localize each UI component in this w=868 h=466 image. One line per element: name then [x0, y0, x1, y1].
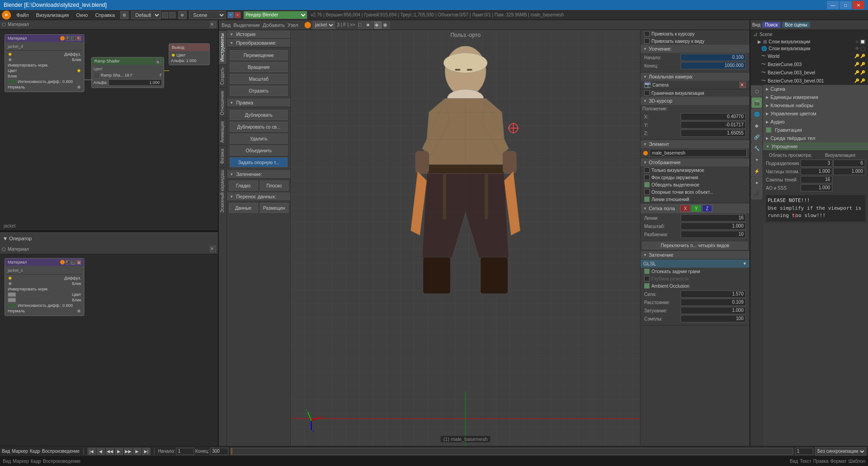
grid-x-btn[interactable]: X [680, 205, 690, 212]
floor-grid-header[interactable]: ▼ Сетка пола X Y Z [641, 203, 749, 213]
ao-cb[interactable] [644, 283, 650, 289]
tab-create[interactable]: Создать [219, 64, 227, 88]
btn-play-back[interactable]: ◀◀ [106, 448, 114, 455]
vh-view[interactable]: Вид [222, 22, 231, 28]
btn-layout[interactable]: Размещен [260, 203, 289, 213]
menu-window[interactable]: Окно [72, 11, 92, 19]
tl-frame[interactable]: Кадр [30, 449, 40, 454]
btn-move[interactable]: Перемещение [230, 50, 288, 60]
scene-selector[interactable]: Scene [189, 11, 226, 19]
timeline-start-input[interactable] [176, 448, 194, 455]
node-close[interactable]: □ [71, 36, 76, 41]
scene-add[interactable]: + [227, 12, 234, 18]
element-name[interactable]: male_basemesh [650, 149, 747, 157]
local-camera-header[interactable]: ▼ Локальная камера: [641, 72, 749, 81]
btn-play-fwd[interactable]: ▶▶ [124, 448, 132, 455]
btn-duplicate-link[interactable]: Дублировать со св... [230, 122, 288, 132]
node-x[interactable]: ✕ [77, 36, 81, 41]
viewport-3d[interactable]: Польз.-орто [291, 30, 640, 446]
cursor-x-val[interactable]: 0.40770 [681, 113, 746, 120]
prop-tab-physics[interactable]: ⚡ [751, 166, 762, 176]
tree-search-btn[interactable]: Поиск [762, 22, 780, 28]
element-header[interactable]: ▼ Элемент [641, 140, 749, 148]
prop-tab-material[interactable]: ● [751, 177, 762, 188]
ph-gravity[interactable]: Гравитация [763, 126, 868, 134]
vh-add[interactable]: Добавить [263, 22, 285, 28]
btn-data[interactable]: Данные [229, 203, 258, 213]
draw-render[interactable]: ◉ [382, 21, 390, 29]
sb-view[interactable]: Вид [3, 459, 11, 464]
snap-camera-checkbox[interactable] [644, 38, 650, 44]
node-s-x[interactable]: ✕ [77, 260, 81, 264]
prop-tab-texture[interactable]: ⬛ [751, 188, 762, 199]
ph-color[interactable]: ▶ Управление цветом [763, 109, 868, 118]
menu-file[interactable]: Файл [13, 11, 32, 19]
btn-smooth[interactable]: Гладко [229, 181, 258, 191]
tab-animation[interactable]: Анимация [219, 118, 227, 145]
prop-tab-render[interactable]: ⬡ [751, 86, 762, 97]
gravity-cb[interactable] [766, 127, 771, 133]
tl-view[interactable]: Вид [2, 449, 10, 454]
grid-subdiv-val[interactable]: 10 [681, 231, 746, 238]
prop-tab-object[interactable]: ◆ [751, 120, 762, 131]
sb-view2[interactable]: Вид [790, 459, 798, 464]
tab-tools[interactable]: Инструменты [219, 30, 227, 64]
tab-relation[interactable]: Отношение [219, 88, 227, 118]
backface-cb[interactable] [644, 269, 650, 274]
border-render-checkbox[interactable] [644, 90, 650, 96]
ph-rigidbody[interactable]: ▶ Среда твёрдых тел [763, 134, 868, 142]
workspace-plus[interactable] [162, 12, 168, 18]
sb-playback[interactable]: Воспроизведение [43, 459, 81, 464]
vh-node[interactable]: Узел [288, 22, 298, 28]
prop-tab-scene[interactable]: 🎬 [751, 97, 762, 108]
node-menu[interactable]: F [66, 36, 70, 41]
simplify-subdiv-viewport[interactable]: 3 [801, 160, 832, 167]
ao-attenuation-val[interactable]: 1.000 [681, 307, 746, 314]
grid-lines-val[interactable]: 16 [681, 214, 746, 222]
sb-text[interactable]: Текст [800, 459, 811, 464]
sb-format[interactable]: Формат [830, 459, 847, 464]
grid-scale-val[interactable]: 1.000 [681, 223, 746, 230]
tab-sketch[interactable]: Эскизный карандаш [219, 167, 227, 216]
close-button[interactable]: ✕ [852, 1, 864, 9]
btn-scale[interactable]: Масштаб [230, 74, 288, 84]
snap-cursor-checkbox[interactable] [644, 31, 650, 36]
maximize-button[interactable]: □ [840, 1, 852, 9]
btn-jump-start[interactable]: |◀ [88, 448, 96, 455]
minimize-button[interactable]: — [827, 1, 839, 9]
all-origins-cb[interactable] [644, 189, 650, 195]
node-close-bottom[interactable]: ✕ [210, 246, 216, 252]
toggle-quad-btn[interactable]: Переключить п... четырёх видов [642, 242, 748, 249]
clip-start-value[interactable]: 0.100 [681, 54, 746, 61]
tab-physics[interactable]: Физика [219, 145, 227, 167]
prop-tab-modifiers[interactable]: 🔧 [751, 143, 762, 154]
btn-mirror[interactable]: Отразить [230, 86, 288, 96]
btn-rotate[interactable]: Вращение [230, 62, 288, 72]
sb-edit[interactable]: Правка [813, 459, 829, 464]
btn-delete[interactable]: Удалить [230, 134, 288, 144]
prop-tab-constraints[interactable]: 🔗 [751, 131, 762, 142]
ph-audio[interactable]: ▶ Аудио [763, 118, 868, 126]
timeline-scrubber[interactable] [230, 448, 793, 455]
display-header[interactable]: ▼ Отображение [641, 158, 749, 166]
render-engine-selector[interactable]: Рендер Blender [243, 11, 307, 19]
dof-cb[interactable] [644, 276, 650, 281]
sb-frame[interactable]: Кадр [31, 459, 41, 464]
node-s-f[interactable]: F [66, 260, 70, 264]
timeline-sync-selector[interactable]: Без синхронизации [815, 447, 866, 456]
simplify-ao-sss[interactable]: 1.000 [801, 184, 832, 192]
cursor-header[interactable]: ▼ 3D-курсор [641, 97, 749, 105]
ph-keying[interactable]: ▶ Ключевые наборы [763, 101, 868, 109]
scene-x[interactable]: × [234, 12, 241, 18]
ph-units[interactable]: ▶ Единицы измерения [763, 93, 868, 101]
timeline-current-frame[interactable] [795, 448, 813, 455]
draw-solid[interactable]: ■ [366, 21, 373, 29]
btn-play[interactable]: ▶ [115, 448, 123, 455]
draw-material[interactable]: ◆ [374, 21, 382, 29]
btn-step-back[interactable]: ◀ [97, 448, 105, 455]
vh-select[interactable]: Выделение [233, 22, 260, 28]
btn-set-origin[interactable]: Задать опорную т... [230, 157, 288, 167]
glsl-header[interactable]: GLSL ▼ [641, 259, 749, 268]
tl-playback[interactable]: Воспроизведение [42, 449, 80, 454]
clip-header[interactable]: ▼ Усечение: [641, 45, 749, 53]
